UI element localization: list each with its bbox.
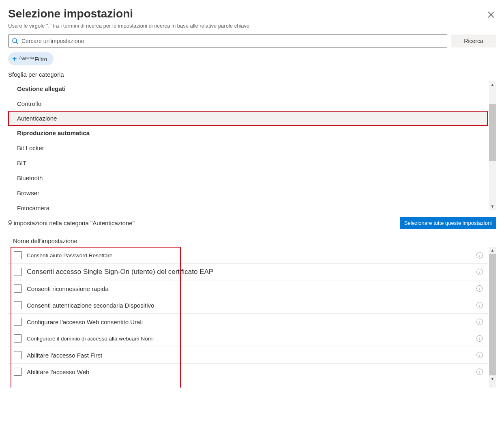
search-input[interactable] [21,37,444,45]
setting-label: Abilitare l'accesso Fast First [27,352,472,359]
setting-label: Consenti aiuto Password Resettare [27,252,472,259]
setting-row: Abilitare l'accesso Webi [8,364,488,380]
category-item[interactable]: Bit Locker [8,140,488,155]
setting-label: Abilitare l'accesso Web [27,368,472,375]
page-subtitle: Usare le virgole "," tra i termini di ri… [8,23,496,29]
scroll-down-arrow[interactable]: ▼ [489,375,496,382]
info-icon[interactable]: i [476,252,483,259]
category-item[interactable]: Gestione allegati [8,81,488,96]
info-icon[interactable]: i [476,368,483,375]
search-button[interactable]: Ricerca [451,34,496,47]
setting-label: Consenti autenticazione secondaria Dispo… [27,302,472,309]
setting-checkbox[interactable] [14,251,22,259]
setting-label: Configurare l'accesso Web consentito Ura… [27,319,472,325]
close-button[interactable] [486,10,496,19]
settings-scrollbar[interactable]: ▲ ▼ [489,247,496,388]
category-list: Gestione allegatiControlloAutenticazione… [8,81,488,210]
info-icon[interactable]: i [476,285,483,292]
setting-checkbox[interactable] [14,351,22,359]
scroll-thumb[interactable] [489,104,496,161]
setting-checkbox[interactable] [14,268,22,276]
setting-checkbox[interactable] [14,368,22,376]
scroll-down-arrow[interactable]: ▼ [489,203,496,210]
setting-row: Configurare il dominio di accesso alla w… [8,330,488,347]
add-filter-chip[interactable]: + AggiuntaFiltro [8,52,54,65]
setting-row: Abilitare l'accesso Fast Firsti [8,347,488,364]
setting-row: Consenti riconnessione rapidai [8,280,488,297]
setting-row: Consenti autenticazione secondaria Dispo… [8,297,488,314]
scroll-up-arrow[interactable]: ▲ [489,247,496,254]
category-pane: Gestione allegatiControlloAutenticazione… [8,81,496,210]
settings-list: Consenti aiuto Password ResettareiConsen… [8,247,488,380]
info-icon[interactable]: i [476,319,483,325]
page-title: Selezione impostazioni [8,7,133,20]
plus-icon: + [12,55,17,63]
search-box[interactable] [8,34,447,47]
category-item[interactable]: BIT [8,155,488,170]
search-icon [12,38,18,44]
close-icon [488,11,494,18]
info-icon[interactable]: i [476,335,483,342]
svg-point-2 [13,39,17,43]
results-count-text: 9 impostazioni nella categoria "Autentic… [8,219,135,227]
setting-row: Consenti aiuto Password Resettarei [8,247,488,264]
setting-checkbox[interactable] [14,318,22,326]
setting-label: Consenti accesso Single Sign-On (utente)… [27,268,472,276]
setting-row: Configurare l'accesso Web consentito Ura… [8,314,488,330]
svg-line-3 [16,42,18,44]
category-item[interactable]: Browser [8,185,488,200]
category-scrollbar[interactable]: ▲ ▼ [489,81,496,210]
setting-label: Configurare il dominio di accesso alla w… [27,336,472,342]
setting-checkbox[interactable] [14,334,22,343]
category-item[interactable]: Riproduzione automatica [8,125,488,140]
select-all-button[interactable]: Selezionare tutte queste impostazioni [400,217,496,229]
category-item[interactable]: Controllo [8,96,488,111]
scroll-up-arrow[interactable]: ▲ [489,81,496,88]
category-item[interactable]: Autenticazione [8,111,488,126]
info-icon[interactable]: i [476,269,483,275]
category-item[interactable]: Fotocamera [8,200,488,210]
info-icon[interactable]: i [476,352,483,358]
scroll-thumb[interactable] [489,254,496,375]
setting-row: Consenti accesso Single Sign-On (utente)… [8,264,488,280]
column-header-name: Nome dell'impostazione [8,237,496,244]
setting-checkbox[interactable] [14,301,22,309]
setting-checkbox[interactable] [14,284,22,293]
info-icon[interactable]: i [476,302,483,308]
category-item[interactable]: Bluetooth [8,170,488,185]
setting-label: Consenti riconnessione rapida [27,285,472,292]
browse-by-category-label: Sfoglia per categoria [8,71,496,78]
